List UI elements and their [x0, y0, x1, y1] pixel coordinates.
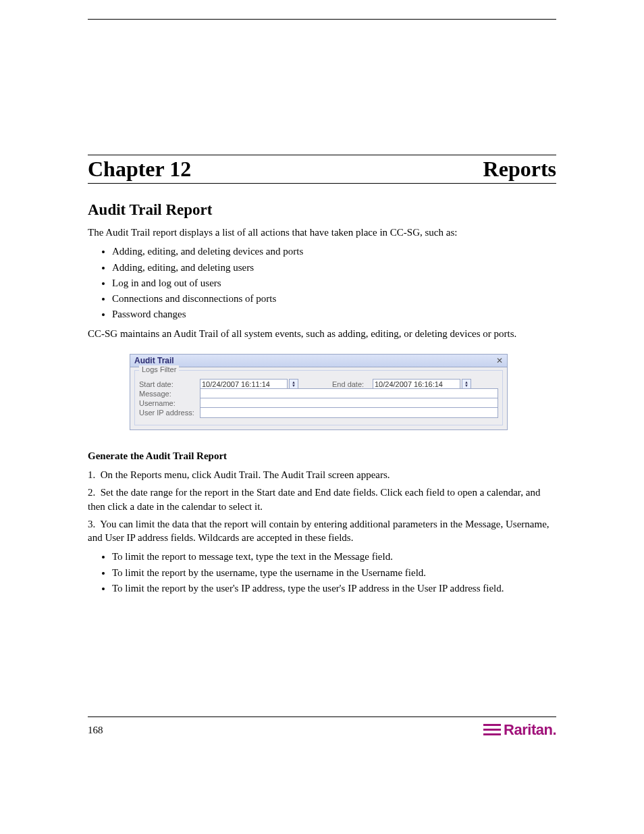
chapter-title: Reports — [483, 157, 556, 182]
ip-input[interactable] — [200, 407, 498, 418]
bullet-item: Adding, editing, and deleting devices an… — [112, 244, 556, 258]
audit-trail-panel: Audit Trail ✕ Logs Filter Start date: ▲▼… — [130, 354, 508, 430]
close-icon[interactable]: ✕ — [496, 356, 503, 365]
bullet-item: To limit the report by the username, typ… — [112, 566, 556, 579]
bullet-item: To limit the report by the user's IP add… — [112, 581, 556, 595]
section-title: Audit Trail Report — [88, 201, 556, 219]
raritan-logo: Raritan. — [483, 721, 556, 739]
intro-para-1: The Audit Trail report displays a list o… — [88, 226, 556, 239]
step-2: 2. Set the date range for the report in … — [88, 486, 556, 513]
page-footer: 168 Raritan. — [88, 716, 556, 739]
panel-titlebar: Audit Trail ✕ — [130, 355, 507, 367]
panel-title: Audit Trail — [134, 356, 174, 365]
raritan-glyph-icon — [483, 724, 501, 736]
steps-list: 1. On the Reports menu, click Audit Trai… — [88, 468, 556, 544]
chapter-number: Chapter 12 — [88, 157, 191, 182]
subheading: Generate the Audit Trail Report — [88, 449, 556, 463]
ip-label: User IP address: — [139, 409, 197, 417]
start-date-label: Start date: — [139, 380, 197, 388]
bullet-item: To limit the report to message text, typ… — [112, 550, 556, 563]
step-3: 3. You can limit the data that the repor… — [88, 517, 556, 545]
bullet-item: Adding, editing, and deleting users — [112, 261, 556, 274]
chapter-bar: Chapter 12 Reports — [88, 155, 556, 184]
bullet-item: Connections and disconnections of ports — [112, 292, 556, 305]
intro-para-2: CC-SG maintains an Audit Trail of all sy… — [88, 327, 556, 340]
username-label: Username: — [139, 399, 197, 407]
ip-row: User IP address: — [139, 407, 498, 418]
fieldset-legend: Logs Filter — [139, 365, 179, 373]
step-1: 1. On the Reports menu, click Audit Trai… — [88, 468, 556, 481]
page-number: 168 — [88, 725, 103, 736]
logs-filter-fieldset: Logs Filter Start date: ▲▼ End date: ▲▼ … — [134, 370, 503, 425]
bullet-item: Password changes — [112, 307, 556, 321]
intro-bullets: Adding, editing, and deleting devices an… — [112, 244, 556, 321]
end-date-label: End date: — [332, 380, 370, 388]
message-label: Message: — [139, 390, 197, 398]
bullet-item: Log in and log out of users — [112, 276, 556, 290]
param-bullets: To limit the report to message text, typ… — [112, 550, 556, 595]
